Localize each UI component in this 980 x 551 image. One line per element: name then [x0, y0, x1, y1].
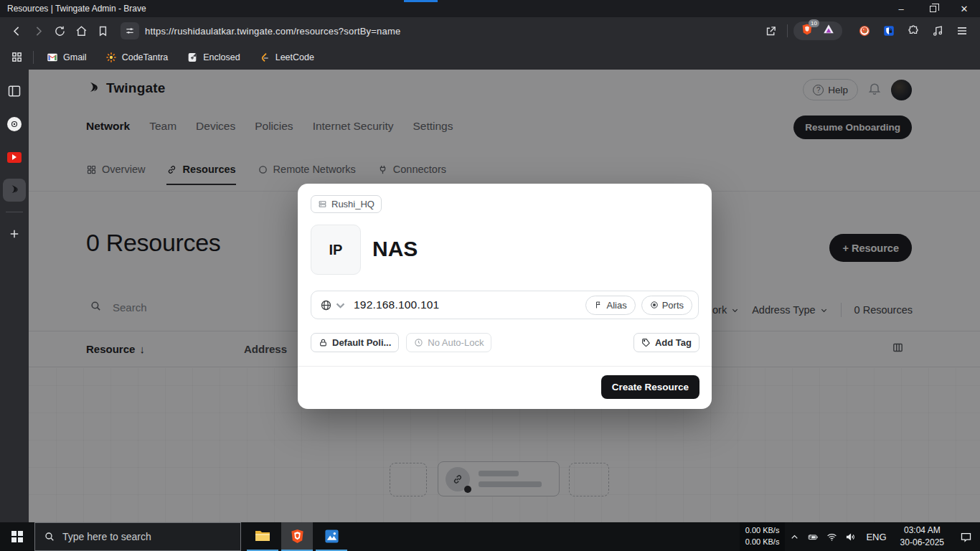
- network-icon: [318, 199, 327, 209]
- search-icon: [44, 531, 55, 542]
- download-speed: 0.00 KB/s: [745, 537, 780, 548]
- clock-icon: [414, 338, 423, 347]
- gmail-icon: [47, 52, 58, 63]
- taskbar-photos[interactable]: [316, 522, 347, 551]
- new-tab-icon[interactable]: [3, 222, 26, 245]
- menu-icon[interactable]: [953, 22, 971, 40]
- brave-icon: [289, 528, 306, 545]
- window-titlebar: Resources | Twingate Admin - Brave – ✕: [0, 0, 980, 17]
- tab-favicon-circle[interactable]: [3, 113, 26, 136]
- bookmark-label: Gmail: [63, 52, 87, 62]
- home-icon[interactable]: [70, 20, 92, 42]
- share-icon[interactable]: [760, 20, 781, 42]
- taskbar-brave[interactable]: [281, 522, 313, 551]
- create-resource-modal: Rushi_HQ IP NAS Alias Ports: [298, 184, 712, 409]
- forward-icon[interactable]: [27, 20, 49, 42]
- webpage-viewport: Twingate ? Help Network Team Devices Pol…: [29, 70, 980, 522]
- enclosed-icon: [187, 52, 198, 63]
- bookmarks-bar: Gmail CodeTantra Enclosed LeetCode: [0, 44, 980, 70]
- extensions-icon[interactable]: [904, 22, 923, 40]
- photos-icon: [324, 528, 340, 545]
- alias-label: Alias: [606, 300, 626, 311]
- bookmark-label: Enclosed: [203, 52, 240, 62]
- bitwarden-icon[interactable]: [880, 22, 898, 40]
- address-input[interactable]: [354, 298, 580, 311]
- battery-icon[interactable]: [804, 522, 822, 551]
- policy-chip[interactable]: Default Poli...: [311, 333, 399, 352]
- bookmark-label: CodeTantra: [122, 52, 169, 62]
- duckduckgo-icon[interactable]: [855, 22, 874, 40]
- sidebar-panel-icon[interactable]: [3, 80, 26, 103]
- reload-icon[interactable]: [49, 20, 70, 42]
- add-tag-label: Add Tag: [655, 337, 692, 348]
- window-title: Resources | Twingate Admin - Brave: [0, 4, 146, 14]
- autolock-chip[interactable]: No Auto-Lock: [406, 333, 491, 352]
- network-chip-label: Rushi_HQ: [331, 199, 374, 209]
- windows-logo-icon: [11, 531, 23, 542]
- bookmark-icon[interactable]: [92, 20, 113, 42]
- tab-youtube-icon[interactable]: [3, 146, 26, 169]
- taskbar-search[interactable]: [34, 522, 241, 551]
- autolock-label: No Auto-Lock: [428, 337, 484, 348]
- chevron-down-icon: [334, 299, 347, 311]
- resource-type-badge: IP: [311, 225, 361, 275]
- resource-name[interactable]: NAS: [372, 237, 418, 261]
- language-indicator[interactable]: ENG: [859, 532, 892, 542]
- modal-divider: [298, 366, 712, 367]
- bookmark-leetcode[interactable]: LeetCode: [259, 52, 314, 63]
- browser-toolbar: https://rushidaulatkar.twingate.com/reso…: [0, 17, 980, 44]
- clock[interactable]: 03:04 AM 30-06-2025: [893, 524, 951, 549]
- site-settings-icon[interactable]: [121, 22, 139, 39]
- back-icon[interactable]: [6, 20, 27, 42]
- create-resource-button[interactable]: Create Resource: [601, 375, 699, 399]
- lock-icon: [319, 338, 328, 347]
- address-bar[interactable]: https://rushidaulatkar.twingate.com/reso…: [145, 26, 760, 37]
- bookmark-codetantra[interactable]: CodeTantra: [105, 52, 169, 63]
- taskbar-search-input[interactable]: [62, 531, 220, 542]
- screen: Resources | Twingate Admin - Brave – ✕ h…: [0, 0, 980, 551]
- windows-taskbar: 0.00 KB/s 0.00 KB/s ENG 03:04 AM 30-06-2…: [0, 522, 980, 551]
- address-type-selector[interactable]: [320, 299, 347, 311]
- remote-network-chip[interactable]: Rushi_HQ: [311, 195, 382, 213]
- ports-label: Ports: [662, 300, 684, 311]
- address-input-row: Alias Ports: [311, 291, 699, 319]
- apps-grid-icon[interactable]: [6, 47, 27, 68]
- volume-icon[interactable]: [841, 522, 859, 551]
- restore-button[interactable]: [917, 0, 948, 17]
- upload-speed: 0.00 KB/s: [745, 525, 780, 537]
- start-button[interactable]: [0, 522, 34, 551]
- taskbar-file-explorer[interactable]: [247, 522, 278, 551]
- tray-chevron-icon[interactable]: [785, 522, 804, 551]
- close-button[interactable]: ✕: [948, 0, 980, 17]
- bookmark-gmail[interactable]: Gmail: [47, 52, 87, 63]
- leetcode-icon: [259, 52, 270, 63]
- time: 03:04 AM: [904, 524, 941, 537]
- brave-rewards-icon[interactable]: [822, 23, 835, 39]
- tab-twingate-active[interactable]: [3, 179, 26, 202]
- brave-shield-icon[interactable]: 10: [801, 23, 814, 39]
- file-explorer-icon: [254, 527, 271, 545]
- media-icon[interactable]: [928, 22, 947, 40]
- date: 30-06-2025: [900, 537, 944, 549]
- codetantra-icon: [105, 52, 117, 63]
- policy-label: Default Poli...: [332, 337, 391, 348]
- active-tab-accent: [404, 0, 438, 2]
- minimize-button[interactable]: –: [885, 0, 917, 17]
- alias-button[interactable]: Alias: [585, 296, 635, 315]
- brave-shields-group: 10: [793, 22, 842, 40]
- modal-chips-row: Default Poli... No Auto-Lock Add Tag: [311, 333, 699, 352]
- network-speed-monitor: 0.00 KB/s 0.00 KB/s: [740, 522, 786, 551]
- bookmark-label: LeetCode: [275, 52, 314, 62]
- wifi-icon[interactable]: [822, 522, 841, 551]
- tag-icon: [641, 338, 651, 347]
- add-tag-button[interactable]: Add Tag: [633, 333, 699, 352]
- globe-icon: [320, 299, 332, 311]
- bookmark-enclosed[interactable]: Enclosed: [187, 52, 240, 63]
- vertical-tab-strip: [0, 70, 29, 522]
- shields-badge: 10: [809, 19, 819, 27]
- ports-button[interactable]: Ports: [641, 296, 692, 315]
- flag-icon: [594, 301, 603, 309]
- ports-icon: [650, 301, 659, 309]
- action-center-icon[interactable]: [951, 522, 980, 551]
